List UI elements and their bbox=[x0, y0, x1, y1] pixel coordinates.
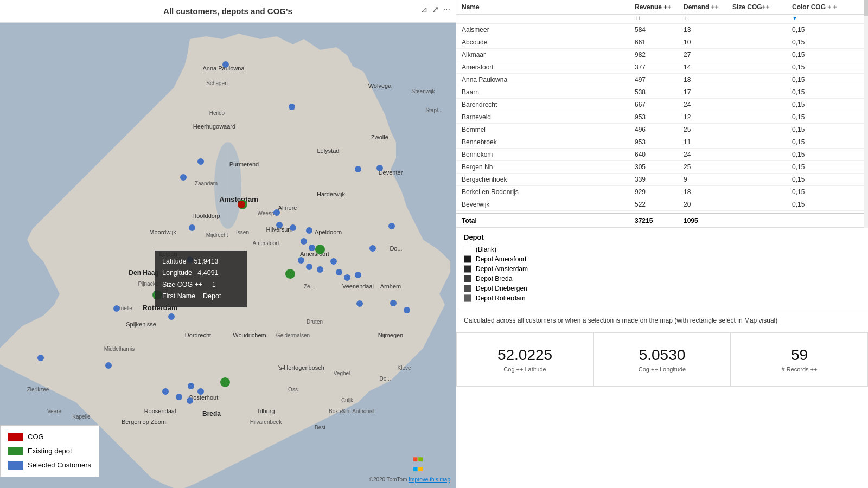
svg-text:Best: Best bbox=[315, 425, 326, 431]
svg-text:Dordrecht: Dordrecht bbox=[185, 332, 211, 338]
row-demand: 25 bbox=[684, 125, 732, 134]
row-revenue: 496 bbox=[635, 125, 684, 134]
svg-text:Stapl...: Stapl... bbox=[425, 107, 442, 113]
expand-icon[interactable]: ⤢ bbox=[432, 4, 439, 15]
svg-point-93 bbox=[390, 300, 397, 306]
svg-text:Issen: Issen bbox=[236, 229, 249, 235]
svg-point-101 bbox=[152, 290, 162, 300]
stat-value: 59 bbox=[791, 346, 808, 364]
table-row[interactable]: Amersfoort 377 14 0,15 bbox=[456, 61, 868, 74]
row-color: 0,15 bbox=[792, 150, 863, 159]
svg-point-70 bbox=[105, 362, 112, 369]
ms-logo: ■■ ■■ bbox=[413, 454, 423, 474]
row-name: Bennebroek bbox=[462, 138, 635, 146]
table-row[interactable]: Anna Paulowna 497 18 0,15 bbox=[456, 74, 868, 86]
table-row[interactable]: Beverwijk 522 20 0,15 bbox=[456, 198, 868, 211]
table-scrollbar[interactable] bbox=[864, 0, 868, 228]
table-row[interactable]: Bennebroek 953 11 0,15 bbox=[456, 136, 868, 149]
svg-point-91 bbox=[376, 165, 383, 171]
svg-point-68 bbox=[113, 305, 120, 312]
svg-text:Amersfoort: Amersfoort bbox=[300, 251, 329, 257]
demand-sub: ++ bbox=[684, 15, 732, 21]
depot-legend-item[interactable]: Depot Amersfoort bbox=[464, 254, 860, 264]
depot-legend-item[interactable]: (Blank) bbox=[464, 245, 860, 254]
depot-label: Depot Amersfoort bbox=[476, 255, 526, 263]
depot-legend-item[interactable]: Depot Breda bbox=[464, 274, 860, 284]
depot-color-swatch bbox=[8, 447, 23, 455]
color-sort[interactable]: ▼ bbox=[792, 15, 863, 21]
table-row[interactable]: Bemmel 496 25 0,15 bbox=[456, 124, 868, 136]
svg-text:Do...: Do... bbox=[379, 376, 391, 382]
stat-label: Cog ++ Latitude bbox=[503, 366, 546, 373]
row-name: Baarn bbox=[462, 88, 635, 97]
table-row[interactable]: Bergen Nh 305 25 0,15 bbox=[456, 161, 868, 174]
svg-point-69 bbox=[37, 355, 44, 361]
map-svg: Anna Paulowna Heerhugowaard Heiloo Purme… bbox=[0, 23, 456, 488]
svg-point-90 bbox=[369, 245, 376, 252]
depot-label: Depot Amsterdam bbox=[476, 265, 528, 273]
svg-text:Amersfoort: Amersfoort bbox=[253, 240, 279, 246]
row-demand: 12 bbox=[684, 113, 732, 121]
table-row[interactable]: Bergschenhoek 339 9 0,15 bbox=[456, 174, 868, 186]
stat-label: # Records ++ bbox=[781, 366, 817, 373]
table-row[interactable]: Barendrecht 667 24 0,15 bbox=[456, 99, 868, 111]
table-body[interactable]: Aalsmeer 584 13 0,15 Abcoude 661 10 0,15… bbox=[456, 24, 868, 213]
svg-text:Woudrichem: Woudrichem bbox=[233, 332, 266, 338]
svg-text:Nijmegen: Nijmegen bbox=[378, 332, 403, 338]
row-name: Berkel en Rodenrijs bbox=[462, 188, 635, 196]
depot-label: Depot Driebergen bbox=[476, 285, 527, 292]
table-row[interactable]: Barneveld 953 12 0,15 bbox=[456, 111, 868, 124]
row-color: 0,15 bbox=[792, 138, 863, 146]
table-row[interactable]: Aalsmeer 584 13 0,15 bbox=[456, 24, 868, 36]
svg-text:Heerhugowaard: Heerhugowaard bbox=[193, 123, 235, 130]
svg-text:Purmerend: Purmerend bbox=[229, 161, 259, 168]
row-demand: 24 bbox=[684, 100, 732, 109]
improve-link[interactable]: Improve this map bbox=[409, 477, 450, 483]
row-demand: 18 bbox=[684, 188, 732, 196]
depot-section-title: Depot bbox=[464, 233, 860, 241]
table-row[interactable]: Baarn 538 17 0,15 bbox=[456, 86, 868, 99]
depot-swatch bbox=[464, 255, 471, 263]
row-revenue: 640 bbox=[635, 150, 684, 159]
row-name: Bergen Nh bbox=[462, 163, 635, 171]
table-row[interactable]: Abcoude 661 10 0,15 bbox=[456, 36, 868, 49]
row-revenue: 982 bbox=[635, 50, 684, 59]
row-name: Bennekom bbox=[462, 150, 635, 159]
scrollbar-thumb[interactable] bbox=[864, 0, 868, 16]
filter-icon[interactable]: ⊿ bbox=[420, 4, 427, 15]
svg-point-92 bbox=[388, 223, 395, 229]
svg-point-73 bbox=[197, 388, 204, 395]
depot-legend-item[interactable]: Depot Rotterdam bbox=[464, 293, 860, 303]
more-icon[interactable]: ··· bbox=[443, 4, 450, 15]
svg-point-98 bbox=[315, 245, 325, 254]
svg-point-96 bbox=[355, 166, 361, 172]
row-demand: 14 bbox=[684, 63, 732, 72]
table-row[interactable]: Berkel en Rodenrijs 929 18 0,15 bbox=[456, 186, 868, 198]
col-demand: Demand ++ bbox=[684, 3, 732, 11]
depot-legend-item[interactable]: Depot Amsterdam bbox=[464, 264, 860, 274]
svg-text:Rotterdam: Rotterdam bbox=[142, 304, 177, 312]
table-row[interactable]: Alkmaar 982 27 0,15 bbox=[456, 49, 868, 61]
svg-text:Boxtel: Boxtel bbox=[329, 408, 344, 414]
depot-legend-item[interactable]: Depot Driebergen bbox=[464, 284, 860, 293]
legend-item-customers: Selected Customers bbox=[8, 458, 91, 472]
svg-text:'s-Hertogenbosch: 's-Hertogenbosch bbox=[278, 364, 324, 371]
legend-item-cog: COG bbox=[8, 430, 91, 444]
row-size bbox=[732, 88, 792, 97]
tomtom-credit: ©2020 TomTom Improve this map bbox=[369, 477, 450, 483]
svg-text:Kapelle: Kapelle bbox=[72, 414, 91, 420]
map-toolbar[interactable]: ⊿ ⤢ ··· bbox=[420, 4, 450, 15]
svg-text:Pijnacker: Pijnacker bbox=[138, 281, 161, 287]
row-revenue: 667 bbox=[635, 100, 684, 109]
svg-text:Do...: Do... bbox=[390, 245, 402, 252]
customers-color-swatch bbox=[8, 461, 23, 470]
row-demand: 24 bbox=[684, 150, 732, 159]
svg-text:Oosterhout: Oosterhout bbox=[189, 394, 218, 401]
row-demand: 13 bbox=[684, 25, 732, 34]
row-revenue: 929 bbox=[635, 188, 684, 196]
row-color: 0,15 bbox=[792, 38, 863, 47]
depot-swatch bbox=[464, 275, 471, 282]
table-row[interactable]: Bennekom 640 24 0,15 bbox=[456, 149, 868, 161]
svg-point-88 bbox=[344, 274, 350, 281]
row-demand: 10 bbox=[684, 38, 732, 47]
